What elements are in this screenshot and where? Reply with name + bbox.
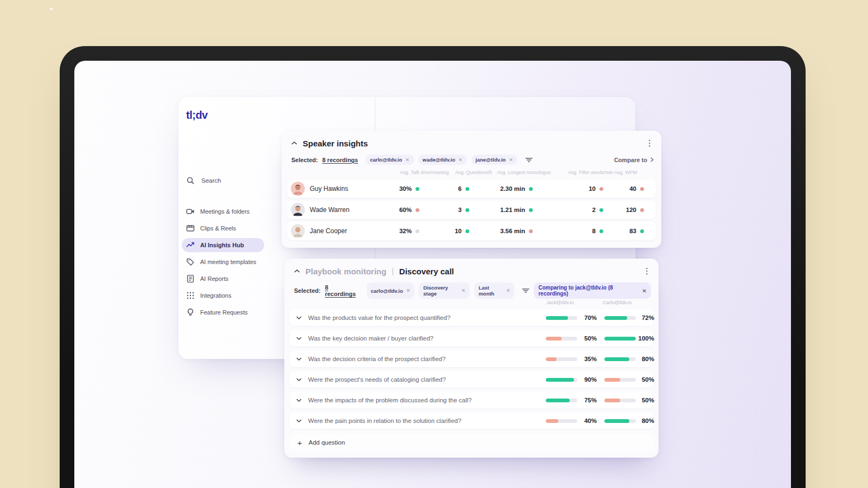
- filter-chip[interactable]: jane@tldv.io✕: [471, 155, 518, 165]
- remove-chip-icon[interactable]: ✕: [462, 288, 466, 293]
- playbook-monitoring-panel: Playbook monitoring | Discovery call ⋮ S…: [284, 259, 659, 458]
- filter-chip[interactable]: Discovery stage✕: [419, 282, 470, 299]
- remove-chip-icon[interactable]: ✕: [458, 157, 463, 163]
- sidebar-item-label: AI meeting templates: [200, 259, 256, 265]
- search-label: Search: [201, 177, 221, 184]
- metric-cell: 32%: [365, 222, 419, 240]
- add-question-button[interactable]: + Add question: [290, 434, 653, 451]
- remove-chip-icon[interactable]: ✕: [405, 157, 410, 163]
- chevron-down-icon[interactable]: [296, 399, 302, 402]
- speaker-row[interactable]: Jane Cooper32%103.56 min883: [287, 222, 656, 240]
- sidebar-item-clips-reels[interactable]: Clips & Reels: [182, 221, 264, 235]
- question-row[interactable]: Was the decision criteria of the prospec…: [290, 351, 653, 367]
- metric-cell: 3: [426, 201, 469, 219]
- question-rows: Was the products value for the prospect …: [290, 310, 653, 429]
- question-row[interactable]: Were the pain points in relation to the …: [290, 413, 653, 429]
- compare-column-2-label: Carlo@tldv.io: [603, 300, 632, 305]
- title-separator: |: [392, 267, 394, 275]
- chevron-down-icon[interactable]: [296, 316, 302, 320]
- sidebar-item-ai-reports[interactable]: AI Reports: [182, 272, 264, 286]
- status-dot-gray: [416, 229, 419, 233]
- playbook-filter-row: Selected: 8 recordings carlo@tldv.io✕Dis…: [294, 282, 651, 299]
- filter-icon[interactable]: [522, 287, 529, 294]
- speaker-insights-panel: Speaker insights ⋮ Selected: 8 recording…: [282, 131, 661, 248]
- sidebar-item-label: AI Insights Hub: [200, 242, 244, 248]
- chip-label: wade@tldv.io: [423, 157, 455, 163]
- selected-label: Selected:: [294, 287, 321, 294]
- metric-cell: 1.21 min: [473, 201, 533, 219]
- sidebar-item-integrations[interactable]: Integrations: [182, 288, 264, 303]
- status-dot-green: [465, 187, 469, 191]
- chip-label: carlo@tldv.io: [370, 157, 402, 163]
- kebab-menu-icon[interactable]: ⋮: [643, 267, 651, 275]
- speaker-row[interactable]: Guy Hawkins30%62.30 min1040: [287, 179, 656, 198]
- kebab-menu-icon[interactable]: ⋮: [646, 139, 654, 147]
- filter-chip[interactable]: carlo@tldv.io✕: [367, 282, 415, 299]
- remove-chip-icon[interactable]: ✕: [406, 288, 411, 293]
- status-dot-red: [416, 208, 419, 212]
- sidebar-item-label: Feature Requests: [200, 309, 247, 316]
- question-text: Were the pain points in relation to the …: [308, 418, 461, 424]
- score-percent: 100%: [631, 330, 654, 346]
- selected-recordings-link[interactable]: 8 recordings: [325, 284, 359, 297]
- metric-value: 10: [455, 228, 462, 234]
- chevron-down-icon[interactable]: [296, 337, 302, 341]
- metric-cell: 40: [601, 179, 644, 198]
- chip-label: Discovery stage: [423, 285, 458, 297]
- compare-to-button[interactable]: Compare to: [614, 157, 654, 163]
- collapse-chevron-up-icon[interactable]: [294, 269, 300, 273]
- question-text: Was the key decision maker / buyer clari…: [308, 335, 433, 342]
- remove-chip-icon[interactable]: ✕: [506, 288, 510, 293]
- metric-cell: 83: [601, 222, 644, 240]
- chevron-down-icon[interactable]: [296, 419, 302, 423]
- metric-cell: 3.56 min: [473, 222, 533, 240]
- metric-value: 6: [458, 185, 462, 192]
- sidebar-item-label: Meetings & folders: [200, 208, 250, 215]
- speaker-row[interactable]: Wade Warren60%31.21 min2120: [287, 201, 656, 219]
- question-row[interactable]: Were the impacts of the problem discusse…: [290, 392, 653, 408]
- add-question-label: Add question: [309, 439, 345, 446]
- search-button[interactable]: Search: [186, 176, 221, 185]
- chevron-down-icon[interactable]: [296, 378, 302, 382]
- score-percent: 50%: [573, 330, 597, 346]
- filter-icon[interactable]: [525, 157, 533, 163]
- status-dot-green: [465, 208, 469, 212]
- tag-icon: [186, 258, 195, 266]
- filter-chip[interactable]: wade@tldv.io✕: [418, 155, 467, 165]
- sidebar-item-ai-meeting-templates[interactable]: AI meeting templates: [182, 255, 264, 269]
- metric-cell: 2: [554, 201, 603, 219]
- video-camera-icon: [186, 207, 195, 216]
- selected-label: Selected:: [291, 157, 318, 163]
- chevron-down-icon[interactable]: [296, 357, 302, 361]
- status-dot-green: [529, 208, 533, 212]
- search-icon: [186, 176, 195, 185]
- sidebar-item-feature-requests[interactable]: Feature Requests: [182, 305, 264, 319]
- score-percent: 80%: [631, 351, 654, 367]
- question-row[interactable]: Was the products value for the prospect …: [290, 310, 653, 326]
- laptop-screen: tl;dv Search Meetings & foldersClips & R…: [74, 61, 791, 488]
- status-dot-red: [529, 229, 533, 233]
- status-dot-green: [416, 187, 419, 191]
- laptop-frame: tl;dv Search Meetings & foldersClips & R…: [60, 46, 806, 488]
- selected-recordings-link[interactable]: 8 recordings: [322, 157, 358, 163]
- metric-value: 120: [626, 207, 636, 213]
- sidebar-item-meetings-folders[interactable]: Meetings & folders: [182, 204, 264, 219]
- sidebar-item-ai-insights-hub[interactable]: AI Insights Hub: [182, 238, 264, 252]
- comparing-to-pill[interactable]: Comparing to jack@tldv.io (8 recordings)…: [534, 282, 651, 299]
- collapse-chevron-up-icon[interactable]: [291, 141, 297, 145]
- playbook-monitoring-title: Playbook monitoring: [305, 267, 386, 276]
- score-percent: 50%: [631, 392, 654, 408]
- column-header: Avg. WPM: [614, 170, 637, 175]
- remove-chip-icon[interactable]: ✕: [509, 157, 513, 163]
- close-icon[interactable]: ✕: [642, 288, 647, 294]
- question-row[interactable]: Were the prospect's needs of cataloging …: [290, 371, 653, 388]
- metric-cell: 60%: [365, 201, 419, 219]
- status-dot-green: [465, 229, 469, 233]
- chip-label: jane@tldv.io: [476, 157, 506, 163]
- filter-chip[interactable]: Last month✕: [474, 282, 514, 299]
- score-percent: 90%: [573, 371, 597, 388]
- sidebar-nav: Meetings & foldersClips & ReelsAI Insigh…: [182, 204, 264, 319]
- filter-chip[interactable]: carlo@tldv.io✕: [366, 155, 414, 165]
- question-row[interactable]: Was the key decision maker / buyer clari…: [290, 330, 653, 346]
- grid-icon: [186, 291, 195, 300]
